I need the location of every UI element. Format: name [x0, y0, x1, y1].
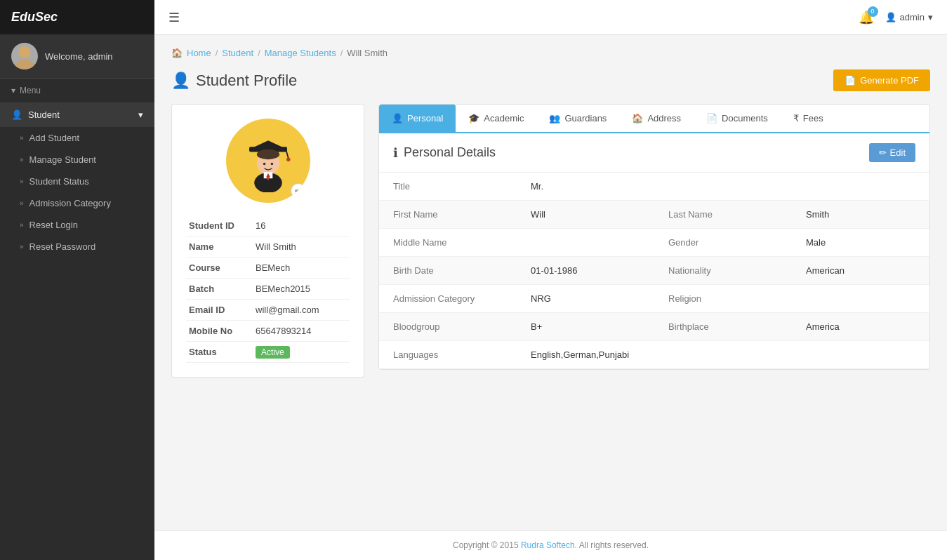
main-content: ☰ 🔔 0 👤 admin ▾ 🏠 Home / Student / Manag…: [154, 0, 947, 560]
student-section: 👤 Student ▾ » Add Student » Manage Stude…: [0, 102, 154, 258]
page-title: 👤 Student Profile: [171, 72, 297, 90]
table-row: Name Will Smith: [186, 236, 350, 258]
profile-avatar: ✏: [226, 119, 310, 203]
breadcrumb-home[interactable]: Home: [187, 48, 211, 58]
chevron-right-icon: »: [20, 156, 24, 164]
svg-point-0: [18, 46, 30, 58]
details-grid: Title Mr. First Name Will Last Name Smit…: [379, 173, 929, 369]
nationality-label: Nationality: [654, 257, 792, 285]
table-row: Admission Category NRG Religion: [379, 285, 929, 313]
student-icon: 👤: [171, 72, 190, 90]
detail-panel: 👤 Personal 🎓 Academic 👥 Guardians 🏠 Addr…: [378, 104, 930, 370]
sidebar-welcome: Welcome, admin: [45, 51, 113, 62]
student-section-label: Student: [28, 109, 60, 120]
admin-label: admin: [900, 12, 925, 22]
profile-edit-icon[interactable]: ✏: [291, 183, 306, 199]
footer-suffix: All rights reserved.: [579, 540, 649, 550]
sidebar-item-label: Reset Password: [29, 241, 96, 252]
title-label2: [654, 173, 792, 201]
content-area: 🏠 Home / Student / Manage Students / Wil…: [154, 35, 947, 530]
tab-address[interactable]: 🏠 Address: [619, 105, 694, 133]
svg-point-12: [270, 163, 273, 166]
sidebar-item-student-status[interactable]: » Student Status: [0, 171, 154, 192]
brand-header: EduSec: [0, 0, 154, 34]
sidebar-item-label: Add Student: [29, 133, 80, 143]
breadcrumb-student[interactable]: Student: [222, 48, 253, 58]
topbar: ☰ 🔔 0 👤 admin ▾: [154, 0, 947, 35]
sidebar-item-add-student[interactable]: » Add Student: [0, 127, 154, 149]
chevron-icon: ▾: [138, 109, 143, 120]
religion-value: [792, 285, 929, 313]
user-icon: 👤: [885, 12, 896, 22]
name-value: Will Smith: [253, 236, 350, 258]
mobile-value: 65647893214: [253, 321, 350, 342]
batch-value: BEMech2015: [253, 279, 350, 300]
svg-point-11: [263, 163, 265, 166]
table-row: Course BEMech: [186, 258, 350, 279]
table-row: Student ID 16: [186, 215, 350, 236]
chevron-right-icon: »: [20, 243, 24, 251]
page-title-row: 👤 Student Profile 📄 Generate PDF: [171, 69, 930, 91]
tab-fees[interactable]: ₹ Fees: [781, 105, 836, 133]
tab-fees-label: Fees: [803, 113, 823, 124]
chevron-right-icon: »: [20, 178, 24, 185]
generate-pdf-label: Generate PDF: [860, 75, 919, 86]
title-label: Title: [379, 173, 517, 201]
chevron-down-icon: ▾: [928, 12, 933, 22]
tab-personal[interactable]: 👤 Personal: [379, 105, 456, 133]
admin-dropdown[interactable]: 👤 admin ▾: [885, 12, 933, 22]
sidebar-item-reset-login[interactable]: » Reset Login: [0, 214, 154, 236]
tab-academic[interactable]: 🎓 Academic: [456, 105, 536, 133]
personal-icon: 👤: [392, 113, 403, 124]
table-row: Mobile No 65647893214: [186, 321, 350, 342]
tabs: 👤 Personal 🎓 Academic 👥 Guardians 🏠 Addr…: [379, 105, 929, 133]
birthdate-value: 01-01-1986: [517, 257, 654, 285]
tab-documents[interactable]: 📄 Documents: [694, 105, 781, 133]
notification-badge: 0: [868, 6, 878, 17]
languages-label: Languages: [379, 341, 517, 369]
tab-academic-label: Academic: [484, 113, 524, 124]
personal-title-text: Personal Details: [404, 145, 496, 160]
table-row: Email ID will@gmail.com: [186, 300, 350, 321]
tab-address-label: Address: [647, 113, 681, 124]
sidebar-item-manage-student[interactable]: » Manage Student: [0, 149, 154, 171]
avatar: [11, 43, 38, 69]
sidebar-item-label: Student Status: [29, 176, 89, 187]
edit-label: Edit: [890, 147, 906, 158]
lastname-value: Smith: [792, 201, 929, 229]
footer-company[interactable]: Rudra Softech.: [521, 540, 577, 550]
edit-button[interactable]: ✏ Edit: [869, 143, 915, 162]
breadcrumb-manage-students[interactable]: Manage Students: [265, 48, 336, 58]
table-row: Birth Date 01-01-1986 Nationality Americ…: [379, 257, 929, 285]
sidebar: EduSec Welcome, admin ▾ Menu 👤 Student ▾…: [0, 0, 154, 560]
student-section-title[interactable]: 👤 Student ▾: [0, 102, 154, 127]
svg-point-5: [286, 158, 290, 161]
table-row: Status Active: [186, 342, 350, 363]
languages-value: English,German,Punjabi: [517, 341, 929, 369]
tab-guardians[interactable]: 👥 Guardians: [536, 105, 619, 133]
breadcrumb: 🏠 Home / Student / Manage Students / Wil…: [171, 48, 930, 58]
firstname-value: Will: [517, 201, 654, 229]
profile-card: ✏ Student ID 16 Name Will Smith Course B…: [171, 104, 364, 378]
hamburger-menu[interactable]: ☰: [168, 10, 180, 25]
home-icon: 🏠: [171, 48, 183, 58]
name-label: Name: [186, 236, 253, 258]
arrow-down-icon: ▾: [11, 86, 15, 95]
nationality-value: American: [792, 257, 929, 285]
tab-documents-label: Documents: [722, 113, 768, 124]
notification-button[interactable]: 🔔 0: [859, 10, 874, 25]
svg-point-7: [256, 149, 279, 159]
table-row: Languages English,German,Punjabi: [379, 341, 929, 369]
table-row: Middle Name Gender Male: [379, 229, 929, 257]
address-icon: 🏠: [632, 113, 643, 124]
sidebar-item-admission-category[interactable]: » Admission Category: [0, 192, 154, 214]
religion-label: Religion: [654, 285, 792, 313]
table-row: Batch BEMech2015: [186, 279, 350, 300]
pdf-icon: 📄: [845, 75, 856, 86]
info-icon: ℹ: [393, 145, 398, 161]
footer-text: Copyright © 2015: [453, 540, 521, 550]
generate-pdf-button[interactable]: 📄 Generate PDF: [833, 69, 930, 91]
table-row: Title Mr.: [379, 173, 929, 201]
lastname-label: Last Name: [654, 201, 792, 229]
sidebar-item-reset-password[interactable]: » Reset Password: [0, 236, 154, 258]
